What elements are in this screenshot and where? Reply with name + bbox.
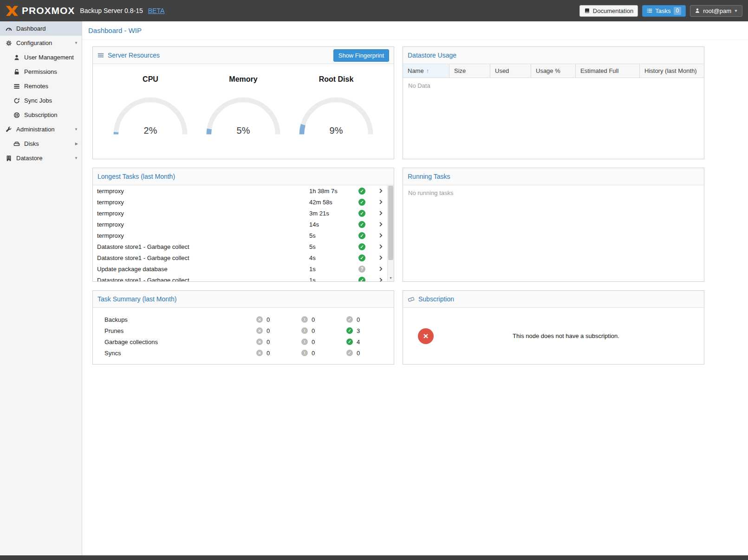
task-name: termproxy [97,232,309,239]
building-icon [5,155,12,162]
task-status-icon [358,266,365,273]
sidebar-item-label: Datastore [16,155,42,162]
wrench-icon [5,126,12,133]
beta-link[interactable]: BETA [148,7,165,14]
left-column: Server Resources Show Fingerprint CPU [92,46,394,365]
column-header-name[interactable]: Name ↑ [403,64,449,78]
task-duration: 3m 21s [309,210,358,217]
summary-ok-cell: 3 [346,327,391,334]
task-row[interactable]: termproxy 14s [93,219,387,230]
ok-icon [346,339,353,345]
sidebar-item-user-management[interactable]: User Management [0,50,82,65]
task-summary-panel: Task Summary (last Month) Backups 0 [92,290,394,365]
sidebar-item-remotes[interactable]: Remotes [0,79,82,93]
tasks-button[interactable]: Tasks 0 [642,5,686,17]
chevron-right-icon[interactable] [374,188,387,194]
summary-error-cell: 0 [256,327,301,334]
sidebar-item-administration[interactable]: Administration ▼ [0,122,82,137]
longest-tasks-panel: Longest Tasks (last Month) termproxy 1h … [92,168,394,282]
task-row[interactable]: Datastore store1 - Garbage collect 1s [93,274,387,281]
brand: PROXMOX Backup Server 0.8-15 BETA [6,5,164,16]
sidebar-item-label: Dashboard [16,25,46,32]
summary-label: Backups [104,316,256,323]
sidebar-item-permissions[interactable]: Permissions [0,65,82,79]
no-running-tasks-text: No running tasks [403,185,704,201]
task-row[interactable]: termproxy 42m 58s [93,196,387,208]
show-fingerprint-button[interactable]: Show Fingerprint [333,49,389,62]
summary-warning-cell: 0 [301,350,346,357]
column-header-usage[interactable]: Usage % [531,64,576,78]
longest-tasks-body: termproxy 1h 38m 7s [93,185,394,281]
task-row[interactable]: Update package database 1s [93,263,387,274]
task-row[interactable]: termproxy 1h 38m 7s [93,185,387,196]
sidebar-item-disks[interactable]: Disks ▶ [0,137,82,151]
scrollbar-down-arrow[interactable]: ▼ [388,275,394,281]
chevron-right-icon[interactable] [374,266,387,272]
column-header-used[interactable]: Used [490,64,531,78]
summary-error-cell: 0 [256,316,301,323]
task-row[interactable]: Datastore store1 - Garbage collect 5s [93,241,387,252]
chevron-right-icon[interactable] [374,232,387,239]
column-header-size[interactable]: Size [449,64,490,78]
root-disk-gauge: Root Disk 9% [291,75,382,137]
chevron-right-icon[interactable] [374,221,387,228]
column-header-history[interactable]: History (last Month) [640,64,704,78]
sidebar-item-configuration[interactable]: Configuration ▼ [0,36,82,50]
tasks-count-badge: 0 [674,7,682,15]
ticket-icon [408,296,415,303]
tasks-label: Tasks [655,7,670,14]
column-header-estimated-full[interactable]: Estimated Full [576,64,640,78]
task-row[interactable]: Datastore store1 - Garbage collect 4s [93,252,387,263]
sidebar-item-label: Sync Jobs [24,97,52,104]
task-row[interactable]: termproxy 5s [93,230,387,241]
gauges-row: CPU 2% Memory [93,64,394,137]
tachometer-icon [5,26,12,32]
chevron-right-icon[interactable] [374,210,387,216]
topbar-actions: Documentation Tasks 0 root@pam ▼ [579,5,742,17]
server-resources-panel: Server Resources Show Fingerprint CPU [92,46,394,159]
book-icon [584,8,590,14]
sidebar-item-dashboard[interactable]: Dashboard [0,21,82,36]
chevron-down-icon: ▼ [734,9,738,13]
chevron-right-icon[interactable] [374,254,387,261]
documentation-button[interactable]: Documentation [579,5,638,17]
list-icon [13,83,20,90]
user-menu-button[interactable]: root@pam ▼ [690,5,742,17]
panel-title: Running Tasks [408,173,450,180]
gauge-label: CPU [105,75,196,84]
chevron-right-icon[interactable] [374,243,387,250]
task-row[interactable]: termproxy 3m 21s [93,208,387,219]
error-icon [256,350,263,356]
task-name: Datastore store1 - Garbage collect [97,254,309,261]
warning-icon [301,350,308,356]
scrollbar[interactable]: ▼ [387,185,394,281]
sidebar-item-label: User Management [24,54,74,61]
summary-ok-cell: 4 [346,339,391,345]
sidebar-item-subscription[interactable]: Subscription [0,108,82,122]
summary-row: Prunes 0 0 [93,325,394,336]
cpu-gauge-arc: 2% [106,90,195,137]
summary-ok-cell: 0 [346,316,391,323]
task-status-icon [358,188,365,195]
chevron-right-icon[interactable] [374,277,387,281]
warning-icon [301,316,308,323]
ok-count: 3 [357,327,360,334]
subscription-panel: Subscription × This node does not have a… [403,290,704,365]
sidebar-item-datastore[interactable]: Datastore ▼ [0,151,82,165]
table-header-row: Name ↑ Size Used Usage % Estimated Full … [403,64,704,78]
main-layout: Dashboard Configuration ▼ User Managemen… [0,21,748,555]
resources-icon [98,52,104,59]
sidebar-item-label: Permissions [24,68,57,75]
user-label: root@pam [703,7,731,14]
panel-title: Datastore Usage [408,52,456,59]
server-resources-header: Server Resources Show Fingerprint [93,47,394,64]
running-tasks-panel: Running Tasks No running tasks [403,168,704,282]
chevron-right-icon[interactable] [374,199,387,205]
cpu-gauge: CPU 2% [105,75,196,137]
task-status-icon [358,232,365,239]
running-tasks-header: Running Tasks [403,168,704,185]
sidebar-item-sync-jobs[interactable]: Sync Jobs [0,93,82,108]
scrollbar-thumb[interactable] [388,186,393,260]
sidebar-item-label: Subscription [24,111,58,118]
error-count: 0 [267,339,270,345]
